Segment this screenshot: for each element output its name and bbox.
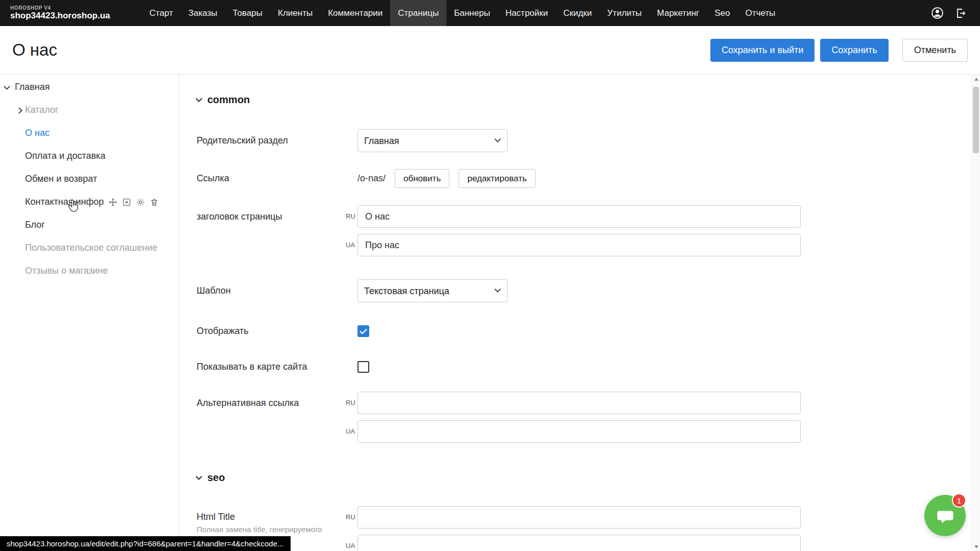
lang-ua-label: UA bbox=[346, 535, 357, 551]
template-select-wrap: Текстовая страница bbox=[357, 279, 508, 302]
form-row-sitemap: Показывать в карте сайта bbox=[197, 355, 980, 378]
form-row-template: Шаблон Текстовая страница bbox=[197, 279, 980, 302]
delete-trash-icon[interactable] bbox=[150, 198, 159, 207]
tree-item-oplata[interactable]: Оплата и доставка bbox=[0, 145, 179, 167]
alt-link-ru-input[interactable] bbox=[357, 392, 801, 414]
tree-item-otzyvy[interactable]: Отзывы о магазине bbox=[0, 259, 179, 282]
logout-icon[interactable] bbox=[954, 7, 967, 19]
status-url-tooltip: shop34423.horoshop.ua/edit/edit.php?id=6… bbox=[0, 536, 291, 551]
tree-item-tools bbox=[108, 198, 159, 207]
chevron-down-icon bbox=[196, 473, 202, 480]
page-title-ua-input[interactable] bbox=[357, 234, 801, 256]
alt-link-ua-input[interactable] bbox=[357, 420, 801, 443]
cancel-button[interactable]: Отменить bbox=[902, 39, 968, 62]
link-edit-button[interactable]: редактировать bbox=[459, 169, 535, 188]
tree-item-obmen[interactable]: Обмен и возврат bbox=[0, 167, 179, 190]
page-title-ru-input[interactable] bbox=[357, 205, 801, 228]
lang-ru-label: RU bbox=[346, 506, 357, 529]
tree-item-kontaktnaya[interactable]: Контактная инфор bbox=[0, 190, 179, 213]
nav-item-products[interactable]: Товары bbox=[225, 0, 270, 26]
scroll-down-arrow[interactable] bbox=[972, 542, 980, 551]
page-header: О нас Сохранить и выйти Сохранить Отмени… bbox=[0, 26, 980, 75]
nav-item-banners[interactable]: Баннеры bbox=[446, 0, 498, 26]
display-checkbox-holder bbox=[357, 320, 369, 343]
page-title-ru-row: RU bbox=[346, 205, 801, 228]
drag-move-icon[interactable] bbox=[108, 198, 117, 207]
parent-section-select-wrap: Главная bbox=[357, 129, 508, 152]
form-row-page-title: заголовок страницы RU UA bbox=[197, 205, 980, 256]
save-and-exit-button[interactable]: Сохранить и выйти bbox=[710, 39, 815, 62]
save-button[interactable]: Сохранить bbox=[820, 39, 888, 62]
tree-item-o-nas[interactable]: О нас bbox=[0, 122, 179, 145]
topbar: HOROSHOP V4 shop34423.horoshop.ua Старт … bbox=[0, 0, 980, 26]
vertical-scrollbar[interactable] bbox=[971, 75, 980, 551]
chat-widget-button[interactable]: 1 bbox=[924, 495, 966, 536]
alt-link-inputs: RU UA bbox=[346, 392, 801, 443]
lang-ru-label: RU bbox=[346, 392, 357, 414]
section-seo-title: seo bbox=[207, 472, 225, 484]
page-edit-form: common Родительский раздел Главная Ссылк… bbox=[179, 75, 980, 551]
nav-item-orders[interactable]: Заказы bbox=[181, 0, 225, 26]
section-common-title: common bbox=[207, 94, 250, 106]
topbar-right bbox=[930, 6, 967, 20]
brand-logo[interactable]: HOROSHOP V4 shop34423.horoshop.ua bbox=[10, 5, 110, 21]
tree-item-label: Пользовательское соглашение bbox=[25, 243, 157, 253]
brand-version: HOROSHOP V4 bbox=[10, 5, 110, 11]
tree-item-label: Обмен и возврат bbox=[25, 174, 97, 184]
chevron-down-icon[interactable] bbox=[4, 83, 10, 90]
html-title-ru-row: RU bbox=[346, 506, 801, 529]
page-title: О нас bbox=[12, 40, 57, 60]
nav-item-start[interactable]: Старт bbox=[142, 0, 181, 26]
tree-item-blog[interactable]: Блог bbox=[0, 213, 179, 236]
chat-unread-badge: 1 bbox=[952, 493, 966, 508]
html-title-inputs: RU UA bbox=[346, 506, 801, 551]
html-title-label-block: Html Title Полная замена title, генериру… bbox=[197, 506, 346, 534]
form-row-display: Отображать bbox=[197, 320, 980, 343]
section-common-header[interactable]: common bbox=[197, 94, 980, 106]
tree-item-label: О нас bbox=[25, 128, 50, 138]
nav-item-reports[interactable]: Отчеты bbox=[737, 0, 783, 26]
sitemap-label: Показывать в карте сайта bbox=[197, 355, 346, 378]
chevron-right-icon[interactable] bbox=[16, 107, 22, 114]
scroll-up-arrow[interactable] bbox=[972, 75, 980, 83]
tree-item-label: Оплата и доставка bbox=[25, 151, 105, 161]
section-seo-header[interactable]: seo bbox=[197, 472, 980, 484]
nav-item-discounts[interactable]: Скидки bbox=[556, 0, 600, 26]
content-area: Главная Каталог О нас Оплата и доставка … bbox=[0, 75, 980, 551]
template-select[interactable]: Текстовая страница bbox=[357, 279, 508, 302]
link-path-value: /o-nas/ bbox=[357, 173, 386, 184]
tree-item-glavnaya[interactable]: Главная bbox=[0, 76, 179, 99]
nav-item-settings[interactable]: Настройки bbox=[498, 0, 556, 26]
nav-item-clients[interactable]: Клиенты bbox=[270, 0, 320, 26]
nav-item-seo[interactable]: Seo bbox=[707, 0, 737, 26]
alt-link-label: Альтернативная ссылка bbox=[197, 392, 346, 415]
nav-item-utilities[interactable]: Утилиты bbox=[600, 0, 650, 26]
alt-link-ua-row: UA bbox=[346, 420, 801, 443]
link-refresh-button[interactable]: обновить bbox=[395, 169, 449, 188]
tree-item-label: Контактная инфор bbox=[25, 197, 104, 207]
tree-item-soglashenie[interactable]: Пользовательское соглашение bbox=[0, 236, 179, 259]
sitemap-checkbox-holder bbox=[357, 355, 369, 378]
sitemap-checkbox-unchecked[interactable] bbox=[357, 361, 369, 373]
account-icon[interactable] bbox=[930, 6, 944, 20]
settings-gear-icon[interactable] bbox=[136, 198, 145, 207]
nav-item-comments[interactable]: Комментарии bbox=[320, 0, 390, 26]
nav-item-pages[interactable]: Страницы bbox=[390, 0, 446, 26]
html-title-ru-input[interactable] bbox=[357, 506, 801, 529]
link-controls: /o-nas/ обновить редактировать bbox=[357, 167, 536, 190]
parent-section-select[interactable]: Главная bbox=[357, 129, 508, 152]
lang-ua-label: UA bbox=[346, 234, 357, 256]
display-checkbox-checked[interactable] bbox=[357, 325, 369, 337]
nav-item-marketing[interactable]: Маркетинг bbox=[650, 0, 707, 26]
display-label: Отображать bbox=[197, 320, 346, 343]
add-page-icon[interactable] bbox=[122, 198, 131, 207]
html-title-ua-input[interactable] bbox=[357, 535, 801, 551]
lang-ru-label: RU bbox=[346, 205, 357, 228]
template-label: Шаблон bbox=[197, 279, 346, 302]
parent-section-label: Родительский раздел bbox=[197, 129, 346, 152]
brand-domain: shop34423.horoshop.ua bbox=[10, 11, 110, 21]
html-title-ua-row: UA bbox=[346, 535, 801, 551]
scrollbar-thumb[interactable] bbox=[973, 87, 979, 153]
tree-item-katalog[interactable]: Каталог bbox=[0, 99, 179, 122]
link-label: Ссылка bbox=[197, 167, 346, 190]
